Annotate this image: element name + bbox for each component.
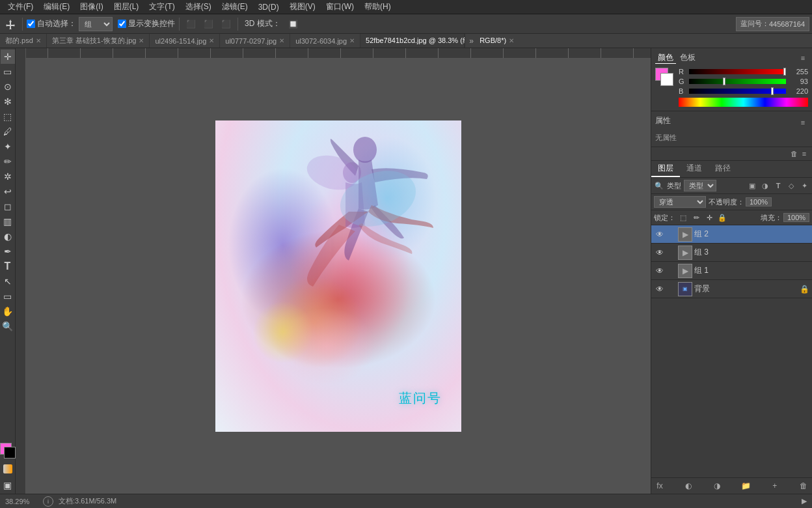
tab-psd[interactable]: 都的.psd ✕ (0, 34, 47, 48)
color-switcher[interactable] (0, 443, 16, 459)
properties-menu-icon[interactable]: ≡ (798, 117, 808, 128)
menu-file[interactable]: 文件(F) (3, 1, 38, 12)
filter-pixel-icon[interactable]: ▣ (747, 180, 757, 191)
tab-ul2496[interactable]: ul2496-1514.jpg ✕ (150, 34, 220, 48)
layer-row-background[interactable]: 👁 ▣ 背景 🔒 (651, 280, 812, 298)
align-left-btn[interactable]: ⬛ (183, 17, 198, 31)
menu-filter[interactable]: 滤镜(E) (217, 1, 253, 12)
menu-image[interactable]: 图像(I) (75, 1, 108, 12)
tab-close-52fbe[interactable]: ✕ (509, 37, 514, 44)
lock-all-icon[interactable]: 🔒 (717, 212, 727, 223)
menu-3d[interactable]: 3D(D) (253, 3, 284, 12)
text-tool-btn[interactable]: T (1, 259, 15, 274)
move-tool-icon[interactable] (3, 17, 18, 31)
tab-close-recovery[interactable]: ✕ (139, 37, 144, 44)
layer-group-btn[interactable]: 📁 (740, 480, 752, 492)
layer-row-group1[interactable]: 👁 ▶ 组 1 (651, 262, 812, 280)
lock-position-icon[interactable]: ✛ (704, 212, 714, 223)
eraser-tool-btn[interactable]: ◻ (1, 199, 15, 214)
lasso-tool-btn[interactable]: ⊙ (1, 79, 15, 94)
fill-input[interactable] (783, 213, 809, 222)
auto-select-checkbox[interactable]: 自动选择： (27, 18, 76, 29)
tab-ul0777[interactable]: ul0777-0297.jpg ✕ (220, 34, 290, 48)
canvas-area[interactable]: 蓝问号 (16, 48, 651, 494)
clone-tool-btn[interactable]: ✲ (1, 169, 15, 184)
pen-tool-btn[interactable]: ✒ (1, 244, 15, 259)
tab-52fbe[interactable]: 52fbe7841b2cd.jpg @ 38.3% (组 2, RGB/8*) … (360, 34, 465, 48)
filter-text-icon[interactable]: T (773, 180, 783, 191)
filter-smart-icon[interactable]: ✦ (799, 180, 809, 191)
layers-delete-icon[interactable]: 🗑 (789, 148, 799, 159)
quick-select-tool-btn[interactable]: ✻ (1, 94, 15, 109)
layer-new-btn[interactable]: + (769, 480, 781, 492)
color-tab[interactable]: 颜色 (655, 52, 676, 64)
filter-icon[interactable]: 🔍 (654, 180, 664, 191)
rect-marquee-tool-btn[interactable]: ▭ (1, 64, 15, 79)
g-slider[interactable] (689, 79, 786, 84)
status-info-icon[interactable]: i (43, 496, 53, 507)
b-slider[interactable] (689, 89, 786, 94)
tab-more-btn[interactable]: » (465, 34, 478, 48)
tab-ul3072[interactable]: ul3072-6034.jpg ✕ (290, 34, 360, 48)
zoom-tool-btn[interactable]: 🔍 (1, 319, 15, 333)
menu-window[interactable]: 窗口(W) (321, 1, 359, 12)
crop-tool-btn[interactable]: ⬚ (1, 109, 15, 124)
color-panel-menu-icon[interactable]: ≡ (798, 53, 808, 63)
lock-pixel-icon[interactable]: ✏ (691, 212, 701, 223)
tab-recovery[interactable]: 第三章 基础技1-恢复的.jpg ✕ (47, 34, 150, 48)
tab-close-ul3072[interactable]: ✕ (349, 37, 355, 44)
r-slider[interactable] (689, 69, 786, 74)
layers-tab-paths[interactable]: 路径 (709, 161, 737, 177)
align-center-btn[interactable]: ⬛ (201, 17, 216, 31)
filter-type-select[interactable]: 类型 名称 效果 (684, 180, 716, 191)
layers-tab-channels[interactable]: 通道 (680, 161, 709, 177)
show-transform-checkbox[interactable]: 显示变换控件 (118, 18, 175, 29)
path-select-tool-btn[interactable]: ↖ (1, 274, 15, 289)
hand-tool-btn[interactable]: ✋ (1, 304, 15, 318)
menu-select[interactable]: 选择(S) (180, 1, 217, 12)
swatches-tab[interactable]: 色板 (677, 52, 698, 64)
layer-eye-group1[interactable]: 👁 (654, 266, 666, 275)
layer-eye-group3[interactable]: 👁 (654, 248, 666, 257)
opacity-input[interactable] (746, 197, 772, 206)
tab-close-ul2496[interactable]: ✕ (209, 37, 214, 44)
eyedropper-tool-btn[interactable]: 🖊 (1, 124, 15, 139)
filter-shape-icon[interactable]: ◇ (786, 180, 796, 191)
dodge-tool-btn[interactable]: ◐ (1, 229, 15, 244)
menu-layer[interactable]: 图层(L) (109, 1, 144, 12)
history-brush-btn[interactable]: ↩ (1, 184, 15, 199)
layer-eye-background[interactable]: 👁 (654, 285, 666, 294)
shape-tool-btn[interactable]: ▭ (1, 289, 15, 303)
layer-eye-group2[interactable]: 👁 (654, 230, 666, 239)
brush-tool-btn[interactable]: ✏ (1, 154, 15, 169)
filter-adjust-icon[interactable]: ◑ (760, 180, 770, 191)
status-expand-btn[interactable]: ▶ (802, 497, 807, 505)
layer-row-group2[interactable]: 👁 ▶ 组 2 (651, 225, 812, 244)
lock-transparent-icon[interactable]: ⬚ (678, 212, 688, 223)
layers-tab-layers[interactable]: 图层 (651, 161, 680, 177)
align-right-btn[interactable]: ⬛ (219, 17, 234, 31)
menu-edit[interactable]: 编辑(E) (38, 1, 75, 12)
tab-close-psd[interactable]: ✕ (36, 37, 41, 44)
menu-text[interactable]: 文字(T) (144, 1, 180, 12)
background-swatch[interactable] (660, 73, 673, 86)
color-spectrum[interactable] (679, 98, 808, 107)
menu-help[interactable]: 帮助(H) (359, 1, 396, 12)
blend-mode-select[interactable]: 穿透 正常 溶解 正片叠底 (654, 196, 706, 208)
mode-3d-btn[interactable]: 🔲 (286, 17, 301, 31)
layer-fx-btn[interactable]: fx (654, 480, 666, 492)
layers-menu-icon[interactable]: ≡ (799, 148, 809, 159)
menu-view[interactable]: 视图(V) (284, 1, 321, 12)
layer-adjustment-btn[interactable]: ◑ (711, 480, 723, 492)
quick-mask-btn[interactable] (1, 462, 15, 476)
layer-mask-btn[interactable]: ◐ (683, 480, 694, 492)
heal-tool-btn[interactable]: ✦ (1, 139, 15, 154)
auto-select-dropdown[interactable]: 组 图层 (79, 17, 113, 31)
screen-mode-btn[interactable]: ▣ (1, 478, 15, 492)
layer-row-group3[interactable]: 👁 ▶ 组 3 (651, 244, 812, 262)
move-tool-btn[interactable]: ✛ (1, 49, 15, 64)
tab-close-ul0777[interactable]: ✕ (279, 37, 284, 44)
background-color[interactable] (4, 447, 16, 459)
gradient-tool-btn[interactable]: ▥ (1, 214, 15, 229)
color-preview[interactable] (655, 68, 673, 86)
